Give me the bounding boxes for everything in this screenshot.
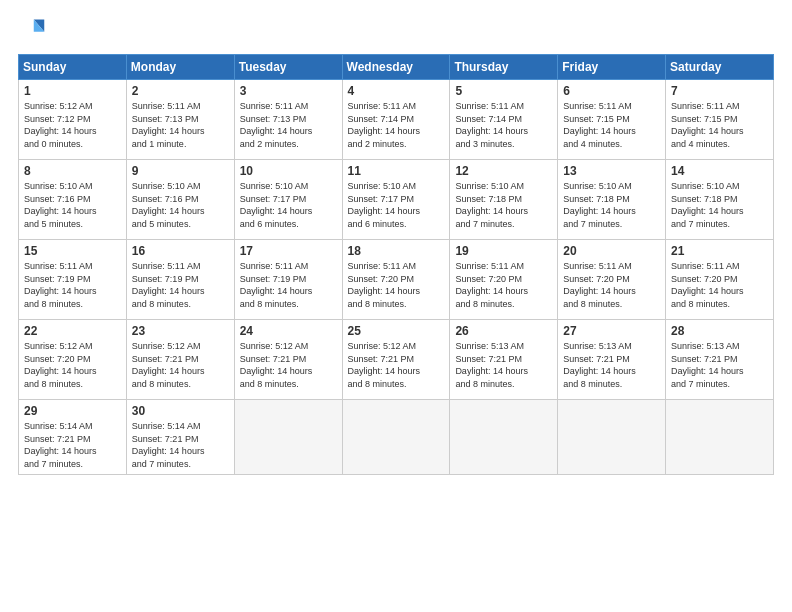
day-info: Sunrise: 5:11 AMSunset: 7:13 PMDaylight:… [240, 100, 337, 150]
weekday-header-cell: Monday [126, 55, 234, 80]
sunset-label: Sunset: 7:18 PM [671, 194, 738, 204]
daylight-label: Daylight: 14 hours [240, 206, 313, 216]
sunrise-label: Sunrise: 5:11 AM [132, 101, 201, 111]
day-info: Sunrise: 5:11 AMSunset: 7:20 PMDaylight:… [455, 260, 552, 310]
weekday-header-row: SundayMondayTuesdayWednesdayThursdayFrid… [19, 55, 774, 80]
day-info: Sunrise: 5:10 AMSunset: 7:18 PMDaylight:… [671, 180, 768, 230]
day-info: Sunrise: 5:10 AMSunset: 7:16 PMDaylight:… [24, 180, 121, 230]
day-info: Sunrise: 5:11 AMSunset: 7:15 PMDaylight:… [671, 100, 768, 150]
daylight-value: and 6 minutes. [348, 219, 407, 229]
day-info: Sunrise: 5:11 AMSunset: 7:20 PMDaylight:… [671, 260, 768, 310]
daylight-value: and 8 minutes. [240, 299, 299, 309]
calendar-cell: 2Sunrise: 5:11 AMSunset: 7:13 PMDaylight… [126, 80, 234, 160]
sunset-label: Sunset: 7:17 PM [240, 194, 307, 204]
day-number: 5 [455, 84, 552, 98]
calendar-cell: 29Sunrise: 5:14 AMSunset: 7:21 PMDayligh… [19, 400, 127, 475]
day-info: Sunrise: 5:11 AMSunset: 7:14 PMDaylight:… [455, 100, 552, 150]
calendar-body: 1Sunrise: 5:12 AMSunset: 7:12 PMDaylight… [19, 80, 774, 475]
sunrise-label: Sunrise: 5:12 AM [24, 101, 93, 111]
day-number: 23 [132, 324, 229, 338]
sunrise-label: Sunrise: 5:10 AM [348, 181, 417, 191]
day-number: 4 [348, 84, 445, 98]
daylight-label: Daylight: 14 hours [563, 126, 636, 136]
calendar-cell: 27Sunrise: 5:13 AMSunset: 7:21 PMDayligh… [558, 320, 666, 400]
day-info: Sunrise: 5:12 AMSunset: 7:21 PMDaylight:… [240, 340, 337, 390]
header-row [18, 16, 774, 44]
sunrise-label: Sunrise: 5:12 AM [132, 341, 201, 351]
day-number: 15 [24, 244, 121, 258]
day-number: 27 [563, 324, 660, 338]
sunrise-label: Sunrise: 5:11 AM [240, 101, 309, 111]
sunset-label: Sunset: 7:21 PM [455, 354, 522, 364]
daylight-label: Daylight: 14 hours [132, 286, 205, 296]
sunset-label: Sunset: 7:14 PM [455, 114, 522, 124]
calendar-cell: 30Sunrise: 5:14 AMSunset: 7:21 PMDayligh… [126, 400, 234, 475]
calendar-cell: 15Sunrise: 5:11 AMSunset: 7:19 PMDayligh… [19, 240, 127, 320]
daylight-label: Daylight: 14 hours [671, 206, 744, 216]
sunrise-label: Sunrise: 5:11 AM [240, 261, 309, 271]
day-number: 26 [455, 324, 552, 338]
day-info: Sunrise: 5:11 AMSunset: 7:20 PMDaylight:… [563, 260, 660, 310]
daylight-label: Daylight: 14 hours [24, 446, 97, 456]
sunrise-label: Sunrise: 5:10 AM [240, 181, 309, 191]
sunset-label: Sunset: 7:13 PM [240, 114, 307, 124]
day-info: Sunrise: 5:12 AMSunset: 7:12 PMDaylight:… [24, 100, 121, 150]
daylight-value: and 7 minutes. [671, 379, 730, 389]
sunset-label: Sunset: 7:21 PM [240, 354, 307, 364]
calendar-cell: 12Sunrise: 5:10 AMSunset: 7:18 PMDayligh… [450, 160, 558, 240]
day-info: Sunrise: 5:10 AMSunset: 7:16 PMDaylight:… [132, 180, 229, 230]
daylight-label: Daylight: 14 hours [132, 126, 205, 136]
day-info: Sunrise: 5:11 AMSunset: 7:14 PMDaylight:… [348, 100, 445, 150]
calendar-cell: 3Sunrise: 5:11 AMSunset: 7:13 PMDaylight… [234, 80, 342, 160]
calendar-cell: 24Sunrise: 5:12 AMSunset: 7:21 PMDayligh… [234, 320, 342, 400]
calendar-cell: 19Sunrise: 5:11 AMSunset: 7:20 PMDayligh… [450, 240, 558, 320]
day-number: 6 [563, 84, 660, 98]
daylight-value: and 0 minutes. [24, 139, 83, 149]
calendar-week-row: 22Sunrise: 5:12 AMSunset: 7:20 PMDayligh… [19, 320, 774, 400]
day-info: Sunrise: 5:12 AMSunset: 7:21 PMDaylight:… [132, 340, 229, 390]
daylight-value: and 4 minutes. [671, 139, 730, 149]
day-number: 12 [455, 164, 552, 178]
weekday-header-cell: Thursday [450, 55, 558, 80]
daylight-value: and 4 minutes. [563, 139, 622, 149]
daylight-value: and 8 minutes. [240, 379, 299, 389]
calendar-cell: 10Sunrise: 5:10 AMSunset: 7:17 PMDayligh… [234, 160, 342, 240]
calendar-week-row: 8Sunrise: 5:10 AMSunset: 7:16 PMDaylight… [19, 160, 774, 240]
sunset-label: Sunset: 7:16 PM [132, 194, 199, 204]
daylight-value: and 8 minutes. [348, 379, 407, 389]
daylight-label: Daylight: 14 hours [563, 366, 636, 376]
sunset-label: Sunset: 7:19 PM [24, 274, 91, 284]
daylight-label: Daylight: 14 hours [132, 366, 205, 376]
calendar-cell: 11Sunrise: 5:10 AMSunset: 7:17 PMDayligh… [342, 160, 450, 240]
day-number: 29 [24, 404, 121, 418]
sunset-label: Sunset: 7:19 PM [240, 274, 307, 284]
daylight-value: and 8 minutes. [563, 379, 622, 389]
page: SundayMondayTuesdayWednesdayThursdayFrid… [0, 0, 792, 612]
calendar-cell: 25Sunrise: 5:12 AMSunset: 7:21 PMDayligh… [342, 320, 450, 400]
sunset-label: Sunset: 7:20 PM [24, 354, 91, 364]
sunset-label: Sunset: 7:18 PM [455, 194, 522, 204]
day-info: Sunrise: 5:10 AMSunset: 7:17 PMDaylight:… [240, 180, 337, 230]
sunrise-label: Sunrise: 5:14 AM [24, 421, 93, 431]
sunrise-label: Sunrise: 5:11 AM [455, 101, 524, 111]
daylight-label: Daylight: 14 hours [671, 286, 744, 296]
day-number: 20 [563, 244, 660, 258]
daylight-value: and 7 minutes. [563, 219, 622, 229]
sunrise-label: Sunrise: 5:11 AM [563, 261, 632, 271]
day-number: 30 [132, 404, 229, 418]
day-number: 1 [24, 84, 121, 98]
day-info: Sunrise: 5:13 AMSunset: 7:21 PMDaylight:… [455, 340, 552, 390]
daylight-value: and 8 minutes. [24, 299, 83, 309]
daylight-value: and 8 minutes. [671, 299, 730, 309]
daylight-label: Daylight: 14 hours [671, 126, 744, 136]
sunrise-label: Sunrise: 5:14 AM [132, 421, 201, 431]
daylight-value: and 5 minutes. [132, 219, 191, 229]
daylight-value: and 7 minutes. [671, 219, 730, 229]
sunrise-label: Sunrise: 5:10 AM [455, 181, 524, 191]
daylight-label: Daylight: 14 hours [455, 126, 528, 136]
sunset-label: Sunset: 7:20 PM [348, 274, 415, 284]
daylight-label: Daylight: 14 hours [348, 206, 421, 216]
day-info: Sunrise: 5:12 AMSunset: 7:21 PMDaylight:… [348, 340, 445, 390]
day-info: Sunrise: 5:11 AMSunset: 7:19 PMDaylight:… [240, 260, 337, 310]
sunset-label: Sunset: 7:15 PM [563, 114, 630, 124]
